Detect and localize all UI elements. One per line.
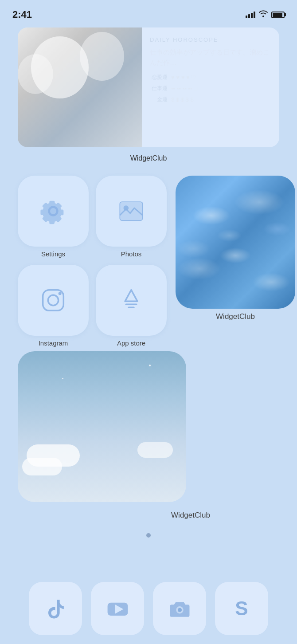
settings-icon-bg[interactable] <box>18 176 89 247</box>
horoscope-ratings: 恋愛運 ♥ ♥ ♥ ♥ ♡ 仕事運 ▪▪ ▪▪ ▪▪ ▪▪ □ 金運 $ $ $… <box>150 74 271 103</box>
instagram-icon <box>38 285 69 316</box>
instagram-icon-bg[interactable] <box>18 265 89 336</box>
horoscope-image <box>18 27 142 147</box>
youtube-dock-icon[interactable] <box>91 582 144 635</box>
dock: S <box>0 573 297 644</box>
water-widget <box>176 176 295 309</box>
tiktok-dock-icon[interactable] <box>29 582 82 635</box>
photos-label: Photos <box>121 250 142 258</box>
status-icons <box>246 10 285 19</box>
horoscope-info: DAILY HOROSCOPE 仕事の効率がアップする日です。溜めこんだ作… 恋… <box>142 27 279 147</box>
status-time: 2:41 <box>12 9 32 20</box>
instagram-label: Instagram <box>39 339 68 347</box>
battery-icon <box>271 12 285 18</box>
appstore-label: App store <box>117 339 145 347</box>
settings-label: Settings <box>41 250 65 258</box>
horoscope-title: DAILY HOROSCOPE <box>150 36 271 43</box>
youtube-icon <box>106 597 130 621</box>
widgetclub-label-2: WidgetClub <box>216 312 255 321</box>
settings-app[interactable]: Settings <box>18 176 89 258</box>
status-bar: 2:41 <box>0 0 297 23</box>
wifi-icon <box>259 10 268 19</box>
widgetclub-label-1: WidgetClub <box>18 154 279 162</box>
page-dot-active <box>146 533 151 538</box>
rating-row-money: 金運 $ $ $ $ $ <box>150 96 271 103</box>
page-indicator <box>18 533 279 538</box>
rating-row-love: 恋愛運 ♥ ♥ ♥ ♥ ♡ <box>150 74 271 81</box>
photos-icon <box>116 196 147 227</box>
gear-icon <box>38 196 69 227</box>
horoscope-widget[interactable]: DAILY HOROSCOPE 仕事の効率がアップする日です。溜めこんだ作… 恋… <box>18 27 279 147</box>
photos-icon-bg[interactable] <box>96 176 167 247</box>
siri-dock-icon[interactable]: S <box>215 582 268 635</box>
photos-app[interactable]: Photos <box>96 176 167 258</box>
appstore-app[interactable]: App store <box>96 265 167 347</box>
rating-row-work: 仕事運 ▪▪ ▪▪ ▪▪ ▪▪ □ <box>150 85 271 92</box>
camera-icon <box>168 597 192 621</box>
sky-widget-container[interactable]: WidgetClub <box>18 351 279 520</box>
camera-dock-icon[interactable] <box>153 582 206 635</box>
horoscope-text: 仕事の効率がアップする日です。溜めこんだ作… <box>150 47 271 67</box>
svg-point-3 <box>48 295 58 305</box>
signal-icon <box>246 11 255 18</box>
siri-letter: S <box>235 597 248 620</box>
widgetclub-label-3: WidgetClub <box>171 511 210 520</box>
instagram-app[interactable]: Instagram <box>18 265 89 347</box>
home-content: DAILY HOROSCOPE 仕事の効率がアップする日です。溜めこんだ作… 恋… <box>0 23 297 538</box>
svg-point-8 <box>177 608 181 612</box>
appstore-icon-bg[interactable] <box>96 265 167 336</box>
tiktok-icon <box>43 597 68 621</box>
sky-widget <box>18 351 186 502</box>
appstore-icon <box>116 285 147 316</box>
water-widget-container[interactable]: WidgetClub <box>176 176 295 321</box>
svg-point-4 <box>59 292 62 295</box>
